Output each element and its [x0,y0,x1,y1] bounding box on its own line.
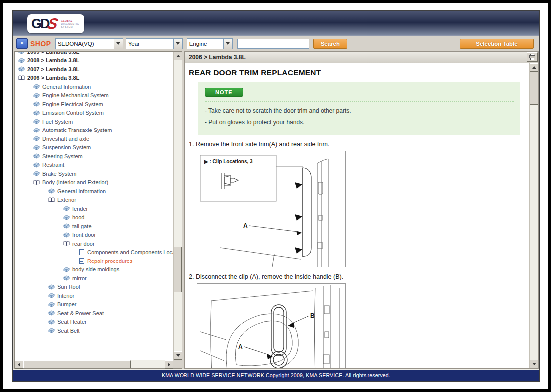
tree-item[interactable]: Emission Control System [15,109,173,118]
tree-item-label: Repair procedures [87,258,133,264]
open-book-icon [48,197,55,203]
note-badge: NOTE [205,88,243,97]
tree-item-label: Sun Roof [57,284,80,290]
tree-item[interactable]: General Information [15,187,173,196]
navigation-pane: 2009 > Lambda 3.8L2008 > Lambda 3.8L2007… [14,51,182,369]
tree-item[interactable]: Repair procedures [15,257,173,265]
content-scroll-track[interactable] [530,72,538,360]
tree-item[interactable]: rear door [15,239,173,248]
tree-item-label: hood [72,214,84,220]
tree-hscroll-thumb[interactable] [23,360,131,368]
tree-item[interactable]: Interior [15,291,173,300]
collapse-sidebar-button[interactable]: « [16,38,28,49]
door-pillar-trim-diagram: ▶ : Clip Locations, 3 [197,151,344,267]
tree-item[interactable]: Restraint [15,161,173,170]
category-icon [63,206,70,211]
tree-item[interactable]: Seat & Power Seat [15,309,173,318]
tree-item-label: Restraint [42,162,64,168]
tree-item[interactable]: Automatic Transaxle System [15,126,173,135]
tree-item-label: Exterior [57,197,76,203]
tree-item[interactable]: Seat Belt [15,326,173,335]
tree-horizontal-scrollbar[interactable] [15,360,173,368]
open-book-icon [33,180,40,185]
tree-item[interactable]: 2006 > Lambda 3.8L [15,74,173,83]
category-icon [63,267,70,272]
year-select[interactable]: Year [126,38,183,49]
selection-table-button[interactable]: Selection Table [460,39,534,49]
chevron-down-icon[interactable] [223,39,232,49]
triangle-left-icon [18,363,20,367]
tree-item-label: tail gate [72,223,92,229]
tree-item[interactable]: mirror [15,274,173,283]
tree-item[interactable]: General Information [15,82,173,91]
tree-item[interactable]: Seat Heater [15,318,173,327]
scroll-left-button[interactable] [15,360,23,369]
svg-text:A: A [238,343,243,350]
category-icon [63,275,70,281]
tree-item[interactable]: Fuel System [15,117,173,126]
tree-item[interactable]: Bumper [15,300,173,309]
tree-item-label: Components and Components Loca [87,249,173,255]
tree-item[interactable]: fender [15,204,173,213]
scroll-up-button[interactable] [174,52,182,60]
tree-item[interactable]: Engine Electrical System [15,100,173,109]
breadcrumb-bar: 2006 > Lambda 3.8L [184,51,539,63]
svg-text:▶ : Clip Locations, 3: ▶ : Clip Locations, 3 [204,159,253,164]
triangle-up-icon [176,55,180,57]
search-button[interactable]: Search [313,39,347,49]
category-icon [48,328,55,333]
step-2-text: 2. Disconnect the clip (A), remove the i… [189,273,527,280]
tree-item-label: mirror [72,275,87,281]
tree-vertical-scrollbar[interactable] [173,52,182,360]
content-scroll-thumb[interactable] [530,72,538,105]
category-icon [63,215,70,220]
engine-select[interactable]: Engine [187,38,233,49]
model-select[interactable]: SEDONA(VQ) [55,38,123,49]
tree-scroll-thumb[interactable] [174,247,182,292]
category-icon [33,119,40,124]
tree-item[interactable]: Body (Interior and Exterior) [15,178,173,187]
note-item: - Put on gloves to protect your hands. [205,117,514,128]
category-icon [33,162,40,168]
tree-item[interactable]: Brake System [15,169,173,178]
tree-item[interactable]: 2008 > Lambda 3.8L [15,56,173,65]
category-icon [48,319,55,325]
tree-item[interactable]: Steering System [15,152,173,161]
tree-hscroll-track[interactable] [23,360,165,368]
tree-item[interactable]: Exterior [15,196,173,205]
print-button[interactable] [527,52,538,62]
double-left-chevron-icon: « [20,39,24,46]
chevron-down-icon[interactable] [173,39,182,49]
tree-item[interactable]: tail gate [15,222,173,231]
content-vertical-scrollbar[interactable] [529,63,538,368]
tree-item-label: Brake System [42,171,76,177]
content-pane: 2006 > Lambda 3.8L REAR DOOR TRIM REPLAC… [184,51,539,369]
tree-item[interactable]: Sun Roof [15,283,173,292]
tree-item[interactable]: body side moldings [15,265,173,274]
tree-item[interactable]: hood [15,213,173,222]
tree-item-label: 2008 > Lambda 3.8L [27,57,79,63]
chevron-down-icon[interactable] [114,39,123,49]
category-icon [48,293,55,298]
tree-item[interactable]: Components and Components Loca [15,248,173,257]
scroll-up-button[interactable] [530,63,538,72]
scroll-down-button[interactable] [174,351,182,360]
scroll-right-button[interactable] [165,360,173,369]
step-1-text: 1. Remove the front side trim(A) and rea… [189,141,527,148]
tree-scroll-track[interactable] [174,60,182,351]
tree-item-label: Fuel System [42,119,73,125]
open-book-icon [18,75,25,81]
tree-item[interactable]: 2009 > Lambda 3.8L [15,52,173,56]
scroll-down-button[interactable] [530,360,538,368]
category-icon [18,58,25,63]
tree-item-label: Interior [57,293,74,299]
category-icon [33,110,40,116]
tree-item-label: Body (Interior and Exterior) [42,179,108,185]
tree-item[interactable]: Driveshaft and axle [15,134,173,143]
tree-item[interactable]: Suspension System [15,143,173,152]
tree-item[interactable]: 2007 > Lambda 3.8L [15,65,173,74]
search-input[interactable] [237,39,309,49]
category-icon [33,145,40,150]
tree-item[interactable]: Engine Mechanical System [15,91,173,100]
tree-item[interactable]: front door [15,231,173,240]
